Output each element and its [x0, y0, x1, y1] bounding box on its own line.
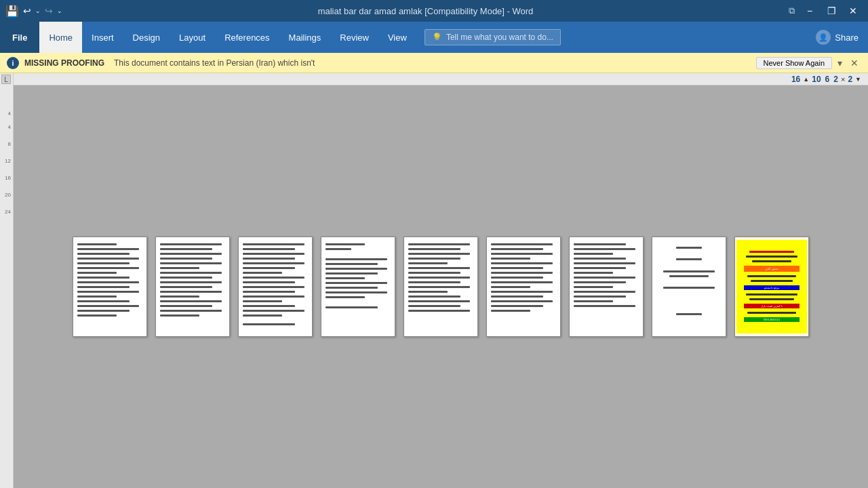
undo-button[interactable]: ↩: [23, 5, 31, 16]
text-line: [77, 258, 139, 260]
notification-close-button[interactable]: ✕: [848, 56, 861, 70]
text-line: [326, 306, 378, 308]
page-thumbnail-5[interactable]: [403, 237, 478, 337]
more-button[interactable]: ⌄: [57, 7, 62, 14]
notification-chevron[interactable]: ▾: [837, 58, 842, 68]
text-line: [491, 277, 543, 279]
text-line: [160, 262, 222, 264]
page-thumbnail-4[interactable]: [321, 237, 395, 337]
page-nav-down-arrow[interactable]: ▼: [855, 76, 861, 83]
text-line: [160, 243, 222, 245]
user-icon: 👤: [816, 30, 831, 45]
tab-insert[interactable]: Insert: [82, 22, 123, 53]
text-line: [326, 296, 364, 298]
text-line: [408, 258, 460, 260]
restore-button[interactable]: ❐: [822, 1, 841, 20]
page-thumbnail-6[interactable]: [486, 237, 561, 337]
tab-home[interactable]: Home: [39, 22, 82, 53]
ruler-mark-8: 8: [0, 141, 13, 147]
text-line: [491, 305, 543, 307]
text-line: [408, 248, 460, 250]
text-line: [243, 296, 304, 298]
text-line: [160, 300, 222, 302]
page-thumbnail-2[interactable]: [155, 237, 230, 337]
lightbulb-icon: 💡: [432, 33, 442, 42]
redo-button[interactable]: ↪: [45, 5, 53, 16]
text-line: [160, 281, 222, 283]
ruler-mark-24: 24: [0, 209, 13, 215]
page-nav-2b: 2: [848, 75, 852, 84]
text-line: [491, 262, 553, 264]
tab-review[interactable]: Review: [330, 22, 378, 53]
text-line: [408, 272, 460, 274]
text-line: [408, 253, 470, 255]
search-box[interactable]: 💡 Tell me what you want to do...: [425, 29, 561, 45]
page-content-7: [571, 240, 642, 333]
title-bar-left: 💾 ↩ ⌄ ↪ ⌄: [5, 5, 62, 18]
page-thumbnail-7[interactable]: [569, 237, 644, 337]
document-scroll[interactable]: تحقیق آنلاین مرجع دانشجو با کمترین قیمت …: [14, 85, 868, 488]
text-line: [243, 243, 304, 245]
share-button[interactable]: 👤 Share: [806, 22, 868, 53]
left-ruler: L 4 4 8 12 16 20 24: [0, 73, 14, 488]
never-show-again-button[interactable]: Never Show Again: [756, 57, 833, 69]
text-line: [326, 263, 378, 265]
text-line: [663, 270, 715, 272]
text-line: [676, 313, 702, 315]
text-line: [160, 258, 212, 260]
text-line: [326, 258, 387, 260]
page-content-3: [240, 240, 311, 333]
tab-references[interactable]: References: [215, 22, 279, 53]
minimize-button[interactable]: −: [800, 1, 819, 20]
text-line: [77, 253, 130, 255]
text-line: [77, 267, 139, 269]
tab-stop[interactable]: L: [1, 75, 11, 84]
text-line: [491, 286, 530, 288]
text-line: [676, 247, 702, 249]
page-thumbnail-3[interactable]: [238, 237, 313, 337]
undo-arrow[interactable]: ⌄: [35, 7, 41, 14]
page-content-6: [488, 240, 559, 333]
info-icon: i: [7, 57, 19, 69]
text-line: [77, 314, 116, 317]
text-line: [160, 296, 199, 298]
text-line: [77, 281, 139, 283]
text-line: [243, 253, 304, 255]
restore-screen-button[interactable]: ⧉: [789, 5, 795, 16]
text-line: [491, 281, 553, 283]
text-line: [408, 296, 460, 298]
text-line: [326, 291, 387, 293]
tab-design[interactable]: Design: [123, 22, 170, 53]
text-line: [77, 277, 130, 279]
text-line: [408, 305, 460, 307]
text-line: [574, 277, 635, 279]
close-button[interactable]: ✕: [844, 1, 863, 20]
save-icon[interactable]: 💾: [5, 5, 19, 18]
title-bar: 💾 ↩ ⌄ ↪ ⌄ maliat bar dar amad amlak [Com…: [0, 0, 868, 22]
ruler-mark-12: 12: [0, 158, 13, 164]
text-line: [663, 287, 715, 289]
text-line: [408, 281, 460, 283]
text-line: [574, 286, 612, 288]
text-line: [574, 272, 612, 274]
text-line: [77, 310, 130, 312]
page-thumbnail-8[interactable]: [652, 237, 726, 337]
tab-layout[interactable]: Layout: [170, 22, 215, 53]
tab-view[interactable]: View: [378, 22, 416, 53]
page-thumbnail-1[interactable]: [73, 237, 147, 337]
text-line: [243, 300, 281, 302]
page-content-5: [406, 240, 476, 333]
tab-file[interactable]: File: [0, 22, 39, 53]
top-ruler: 16 ▲ 10 6 2 × 2 ▼: [14, 73, 868, 85]
text-line: [574, 291, 635, 293]
text-line: [408, 262, 447, 264]
text-line: [326, 248, 351, 250]
tab-mailings[interactable]: Mailings: [279, 22, 331, 53]
page-thumbnail-9[interactable]: تحقیق آنلاین مرجع دانشجو با کمترین قیمت …: [734, 237, 809, 337]
text-line: [160, 305, 212, 307]
page-content-8: [654, 240, 724, 333]
text-line: [491, 258, 530, 260]
text-line: [574, 305, 635, 307]
page-nav-up-arrow[interactable]: ▲: [803, 76, 809, 83]
text-line: [408, 300, 470, 302]
